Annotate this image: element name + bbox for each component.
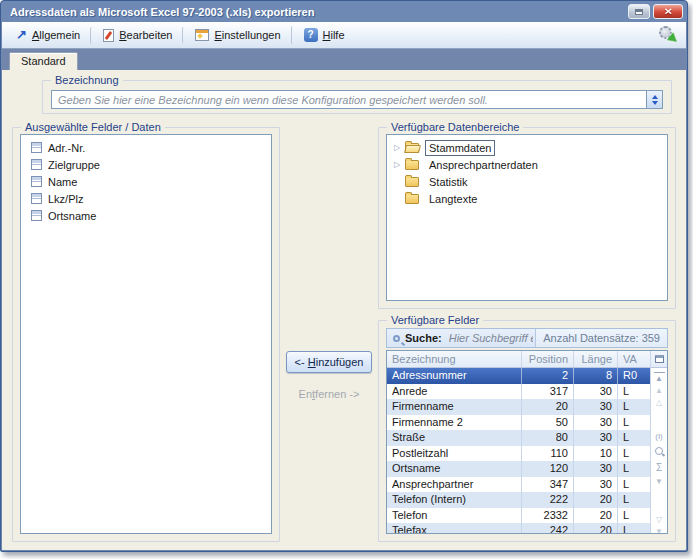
bezeichnung-input[interactable] xyxy=(52,91,646,108)
fields-table: Bezeichnung Position Länge VA Adressnumm… xyxy=(387,351,650,533)
main-area: Ausgewählte Felder / Daten Adr.-Nr. Ziel… xyxy=(12,127,676,542)
tree-item[interactable]: ▷ Ansprechpartnerdaten xyxy=(394,156,667,173)
table-field-icon xyxy=(31,210,42,221)
arrow-up-right-icon xyxy=(16,29,27,41)
tree-item[interactable]: Statistik xyxy=(394,173,667,190)
tree-item-label: Langtexte xyxy=(425,191,481,207)
column-header-bezeichnung[interactable]: Bezeichnung xyxy=(387,351,522,367)
Telefon[interactable]: Telefon 2332 20 L xyxy=(387,508,650,524)
scroll-top-icon[interactable] xyxy=(654,372,665,384)
data-areas-tree: ▷ Stammdaten ▷ Ansprechpartnerdaten xyxy=(387,135,667,207)
help-icon xyxy=(304,28,318,42)
add-button[interactable]: <- Hinzufügen xyxy=(286,351,372,373)
tab-strip: Standard xyxy=(2,49,686,70)
tab-standard[interactable]: Standard xyxy=(9,52,78,70)
column-header-position[interactable]: Position xyxy=(522,351,574,367)
expander-icon[interactable]: ▷ xyxy=(394,161,405,169)
export-run-icon[interactable] xyxy=(658,26,678,44)
Ansprechpartner[interactable]: Ansprechpartner 347 30 L xyxy=(387,477,650,493)
spin-up-icon xyxy=(652,95,658,99)
tree-item[interactable]: ▷ Stammdaten xyxy=(394,139,667,156)
title-bar[interactable]: Adressdaten als Microsoft Excel 97-2003 … xyxy=(1,1,687,22)
main-toolbar: Allgemein Bearbeiten Einstellungen Hilfe xyxy=(2,22,686,49)
page-down-icon[interactable] xyxy=(651,525,667,534)
export-dialog-window: Adressdaten als Microsoft Excel 97-2003 … xyxy=(0,0,688,552)
fields-grid: Bezeichnung Position Länge VA Adressnumm… xyxy=(386,350,668,534)
bezeichnung-group: Bezeichnung xyxy=(42,80,672,114)
edit-page-icon xyxy=(103,29,114,42)
Firmenname[interactable]: Firmenname 20 30 L xyxy=(387,399,650,415)
combo-spinner-button[interactable] xyxy=(646,91,662,108)
list-item[interactable]: Adr.-Nr. xyxy=(31,139,271,156)
table-field-icon xyxy=(31,159,42,170)
list-item-label: Zielgruppe xyxy=(48,159,100,171)
close-button[interactable]: × xyxy=(653,4,683,19)
list-item-label: Adr.-Nr. xyxy=(48,142,85,154)
tree-item-label: Statistik xyxy=(425,174,472,190)
toolbar-button-bearbeiten[interactable]: Bearbeiten xyxy=(90,27,180,44)
restore-button[interactable] xyxy=(628,4,650,19)
restore-icon xyxy=(635,9,643,15)
remove-button-disabled: Entfernen -> xyxy=(299,388,360,400)
table-field-icon xyxy=(31,176,42,187)
close-icon: × xyxy=(664,6,672,17)
bezeichnung-combo xyxy=(51,90,663,109)
column-header-laenge[interactable]: Länge xyxy=(574,351,618,367)
Adressnummer[interactable]: Adressnummer 2 8 R0 xyxy=(387,368,650,384)
folder-icon xyxy=(405,177,419,187)
Telefon (Intern)[interactable]: Telefon (Intern) 222 20 L xyxy=(387,492,650,508)
table-field-icon xyxy=(31,142,42,153)
search-icon[interactable] xyxy=(651,445,667,457)
selected-fields-listbox[interactable]: Adr.-Nr. Zielgruppe Name Lkz/Plz xyxy=(20,134,272,534)
tree-item[interactable]: Langtexte xyxy=(394,190,667,207)
row-down-icon[interactable] xyxy=(651,513,667,525)
Postleitzahl[interactable]: Postleitzahl 110 10 L xyxy=(387,446,650,462)
row-up-icon[interactable] xyxy=(651,396,667,408)
column-chooser-icon[interactable] xyxy=(651,351,667,368)
sum-icon[interactable] xyxy=(651,460,667,472)
Firmenname 2[interactable]: Firmenname 2 50 30 L xyxy=(387,415,650,431)
column-header-va[interactable]: VA xyxy=(618,351,650,367)
page-up-icon[interactable] xyxy=(651,384,667,396)
list-item[interactable]: Zielgruppe xyxy=(31,156,271,173)
toolbar-button-einstellungen[interactable]: Einstellungen xyxy=(182,27,288,43)
folder-icon xyxy=(405,143,419,153)
settings-window-icon xyxy=(195,29,209,41)
toolbar-button-allgemein[interactable]: Allgemein xyxy=(10,27,88,43)
toolbar-button-hilfe[interactable]: Hilfe xyxy=(291,26,353,44)
Anrede[interactable]: Anrede 317 30 L xyxy=(387,384,650,400)
data-areas-treebox[interactable]: ▷ Stammdaten ▷ Ansprechpartnerdaten xyxy=(386,134,668,301)
data-areas-caption: Verfügbare Datenbereiche xyxy=(387,121,523,134)
available-fields-inner: Suche: Anzahl Datensätze: 359 Bezeichnun… xyxy=(386,328,668,534)
list-item-label: Name xyxy=(48,176,77,188)
search-input[interactable] xyxy=(447,331,536,345)
table-header[interactable]: Bezeichnung Position Länge VA xyxy=(387,351,650,368)
record-count: Anzahl Datensätze: 359 xyxy=(535,329,667,347)
selected-fields-caption: Ausgewählte Felder / Daten xyxy=(21,121,165,134)
insert-icon[interactable] xyxy=(651,430,667,442)
transfer-buttons: <- Hinzufügen Entfernen -> xyxy=(280,127,378,542)
list-item-label: Lkz/Plz xyxy=(48,193,83,205)
list-item[interactable]: Lkz/Plz xyxy=(31,190,271,207)
bezeichnung-caption: Bezeichnung xyxy=(51,74,123,87)
dialog-content: Bezeichnung Ausgewählte Felder / Daten A… xyxy=(2,70,686,550)
right-column: Verfügbare Datenbereiche ▷ Stammdaten ▷ xyxy=(378,127,676,542)
grid-nav-icons xyxy=(651,368,667,534)
list-item[interactable]: Name xyxy=(31,173,271,190)
folder-icon xyxy=(405,160,419,170)
search-bar: Suche: Anzahl Datensätze: 359 xyxy=(386,328,668,348)
spin-down-icon xyxy=(652,101,658,105)
selected-fields-group: Ausgewählte Felder / Daten Adr.-Nr. Ziel… xyxy=(12,127,280,542)
selected-fields-list: Adr.-Nr. Zielgruppe Name Lkz/Plz xyxy=(21,135,271,224)
tree-item-label: Stammdaten xyxy=(425,140,495,156)
Ortsname[interactable]: Ortsname 120 30 L xyxy=(387,461,650,477)
tree-item-label: Ansprechpartnerdaten xyxy=(425,157,542,173)
Telefax[interactable]: Telefax 242 20 L xyxy=(387,523,650,534)
Straße[interactable]: Straße 80 30 L xyxy=(387,430,650,446)
window-title: Adressdaten als Microsoft Excel 97-2003 … xyxy=(10,6,625,18)
folder-icon xyxy=(405,194,419,204)
list-item[interactable]: Ortsname xyxy=(31,207,271,224)
available-fields-caption: Verfügbare Felder xyxy=(387,314,483,327)
expander-icon[interactable]: ▷ xyxy=(394,144,405,152)
filter-icon[interactable] xyxy=(651,475,667,487)
